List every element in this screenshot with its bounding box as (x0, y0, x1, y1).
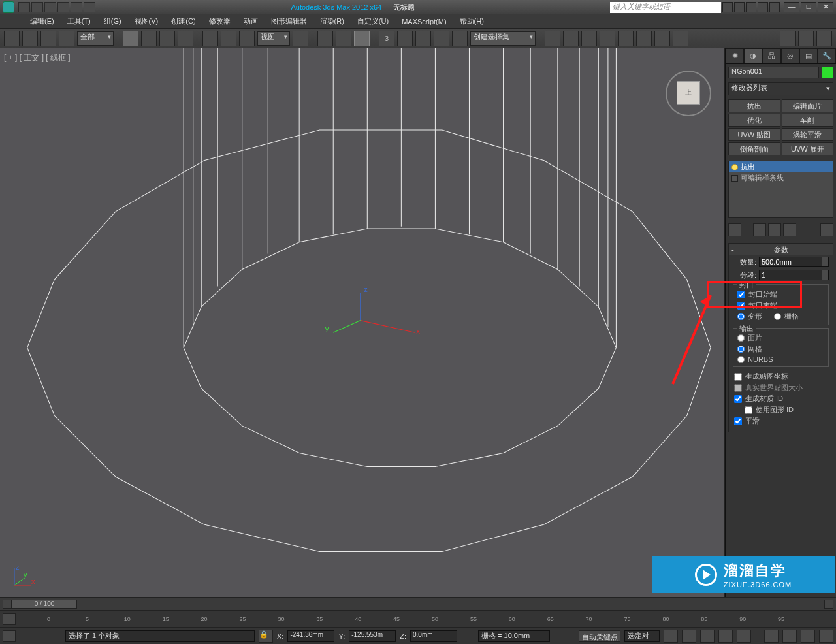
genmatid-checkbox[interactable]: 生成材质 ID (734, 393, 828, 404)
nav-zoom-icon[interactable] (764, 630, 779, 643)
remove-modifier-icon[interactable] (783, 223, 796, 236)
amount-spinner[interactable]: 500.0mm (759, 257, 829, 267)
x-coord-field[interactable]: -241.36mm (287, 630, 334, 642)
menu-customize[interactable]: 自定义(U) (353, 15, 393, 27)
snap-toggle-icon[interactable] (354, 31, 370, 46)
prev-frame-icon[interactable] (682, 630, 696, 643)
redo-icon[interactable] (22, 31, 38, 46)
menu-tools[interactable]: 工具(T) (63, 15, 95, 27)
menu-grapheditors[interactable]: 图形编辑器 (267, 15, 311, 27)
cap-end-checkbox[interactable]: 封口末端 (737, 300, 824, 311)
object-name-field[interactable]: NGon001 (728, 67, 819, 78)
stack-item-extrude[interactable]: 抗出 (729, 161, 833, 172)
tab-display-icon[interactable]: ▤ (799, 48, 818, 63)
angle-snap-icon[interactable]: 3 (379, 31, 394, 46)
pivot-icon[interactable] (293, 31, 308, 46)
rendered-frame-icon[interactable] (654, 31, 670, 46)
mini-curve-editor-icon[interactable] (3, 613, 16, 625)
tab-create-icon[interactable]: ✺ (726, 48, 744, 63)
goto-start-icon[interactable] (664, 630, 678, 643)
layers-icon[interactable] (563, 31, 579, 46)
menu-group[interactable]: 组(G) (100, 15, 125, 27)
infocenter-search[interactable]: 键入关键字或短语 (610, 2, 721, 13)
smooth-checkbox[interactable]: 平滑 (734, 415, 828, 427)
percent-snap-icon[interactable] (397, 31, 413, 46)
selection-filter-dropdown[interactable]: 全部 (77, 31, 114, 46)
subscription-icon[interactable] (734, 2, 745, 12)
tab-modify-icon[interactable]: ◑ (744, 48, 762, 63)
rollout-header[interactable]: -参数 (729, 244, 833, 255)
output-nurbs-radio[interactable]: NURBS (737, 355, 824, 364)
mod-extrude-button[interactable]: 抗出 (728, 99, 780, 112)
time-slider[interactable]: 0 / 100 (0, 597, 836, 610)
next-frame-icon[interactable] (718, 630, 733, 643)
material-editor-icon[interactable] (618, 31, 634, 46)
realworld-checkbox[interactable]: 真实世界贴图大小 (734, 382, 828, 393)
mod-editpatch-button[interactable]: 编辑面片 (782, 99, 834, 112)
curve-editor-icon[interactable] (581, 31, 597, 46)
y-coord-field[interactable]: -125.553m (349, 630, 396, 642)
align-icon[interactable] (545, 31, 560, 46)
time-slider-thumb[interactable]: 0 / 100 (12, 600, 77, 609)
qat-save-icon[interactable] (44, 2, 56, 12)
mod-bevelprofile-button[interactable]: 倒角剖面 (728, 142, 780, 155)
menu-create[interactable]: 创建(C) (167, 15, 199, 27)
keyboard-shortcut-icon[interactable] (336, 31, 351, 46)
unlink-icon[interactable] (59, 31, 74, 46)
qat-more-icon[interactable] (84, 2, 95, 12)
tab-motion-icon[interactable]: ◎ (781, 48, 799, 63)
app-menu-button[interactable] (4, 16, 21, 27)
object-color-swatch[interactable] (822, 67, 833, 78)
configure-sets-icon[interactable] (820, 223, 833, 236)
menu-views[interactable]: 视图(V) (131, 15, 163, 27)
time-slider-end-icon[interactable] (824, 600, 833, 609)
link-icon[interactable] (40, 31, 56, 46)
cap-grid-radio[interactable]: 栅格 (774, 311, 799, 322)
teapot2-icon[interactable] (798, 31, 814, 46)
viewport[interactable]: [ + ] [ 正交 ] [ 线框 ] z y x (0, 48, 725, 597)
modifier-list-dropdown[interactable]: 修改器列表 (728, 82, 833, 95)
qat-new-icon[interactable] (18, 2, 30, 12)
nav-fov-icon[interactable] (819, 630, 833, 643)
qat-redo-icon[interactable] (71, 2, 82, 12)
segments-spinner[interactable]: 1 (759, 270, 829, 280)
z-coord-field[interactable]: 0.0mm (410, 630, 457, 642)
maximize-button[interactable]: □ (801, 2, 816, 12)
spinner-snap-icon[interactable] (415, 31, 431, 46)
make-unique-icon[interactable] (768, 223, 781, 236)
useshapeid-checkbox[interactable]: 使用图形 ID (734, 404, 828, 415)
scale-icon[interactable] (239, 31, 255, 46)
help-icon[interactable] (769, 2, 780, 12)
manipulate-icon[interactable] (317, 31, 333, 46)
modifier-stack[interactable]: 抗出 可编辑样条线 (728, 161, 833, 218)
close-button[interactable]: ✕ (818, 2, 833, 12)
nav-zoomextents-icon[interactable] (801, 630, 815, 643)
app-icon[interactable] (3, 1, 14, 13)
search-icon[interactable] (722, 2, 733, 12)
edit-named-sel-icon[interactable] (434, 31, 449, 46)
mod-turbosmooth-button[interactable]: 涡轮平滑 (782, 128, 834, 141)
rotate-icon[interactable] (221, 31, 236, 46)
qat-open-icon[interactable] (31, 2, 43, 12)
play-icon[interactable] (700, 630, 715, 643)
cap-start-checkbox[interactable]: 封口始端 (737, 289, 824, 300)
render-setup-icon[interactable] (636, 31, 652, 46)
menu-edit[interactable]: 编辑(E) (26, 15, 58, 27)
lock-selection-icon[interactable]: 🔒 (259, 630, 273, 643)
menu-animation[interactable]: 动画 (240, 15, 262, 27)
viewcube[interactable]: 上 (666, 71, 711, 116)
tab-hierarchy-icon[interactable]: 品 (762, 48, 780, 63)
mod-uvwunwrap-button[interactable]: UVW 展开 (782, 142, 834, 155)
track-bar[interactable]: 05101520253035404550556065707580859095 (0, 610, 836, 627)
listener-icon[interactable] (3, 630, 16, 642)
teapot1-icon[interactable] (780, 31, 796, 46)
pin-stack-icon[interactable] (728, 223, 741, 236)
window-crossing-icon[interactable] (178, 31, 193, 46)
favorites-icon[interactable] (758, 2, 768, 12)
named-selection-dropdown[interactable]: 创建选择集 (470, 31, 536, 46)
move-icon[interactable] (202, 31, 218, 46)
show-end-result-icon[interactable] (753, 223, 766, 236)
menu-rendering[interactable]: 渲染(R) (316, 15, 348, 27)
cap-morph-radio[interactable]: 变形 (737, 311, 762, 322)
menu-help[interactable]: 帮助(H) (456, 15, 488, 27)
